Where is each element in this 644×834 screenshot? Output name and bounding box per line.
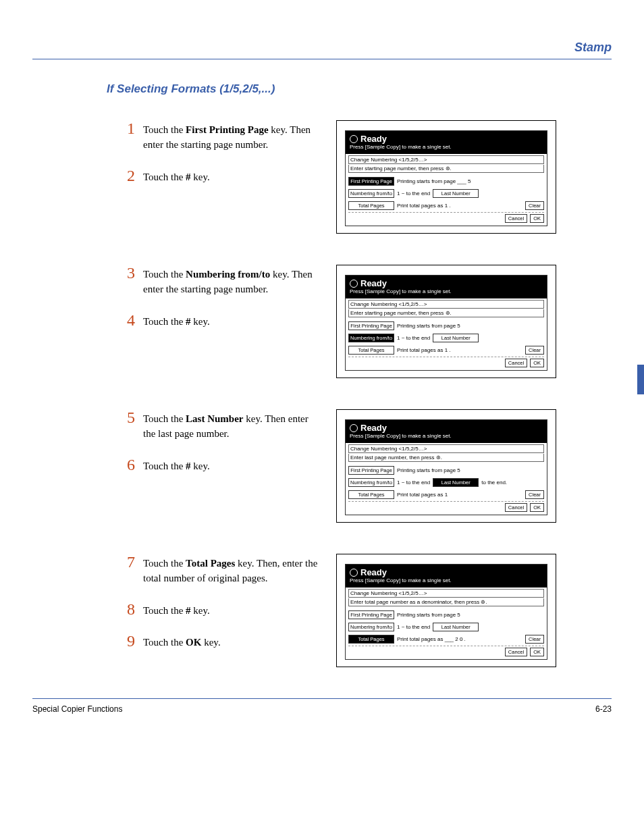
step: 3Touch the Numbering from/to key. Then e… [127,265,323,297]
clear-button[interactable]: Clear [525,635,544,644]
ready-label: Ready [360,423,387,433]
step-number: 2 [127,167,143,184]
sample-hint: Press [Sample Copy] to make a single set… [350,577,543,583]
step-text: Touch the OK key. [143,633,221,650]
sample-hint: Press [Sample Copy] to make a single set… [350,288,543,294]
step-text: Touch the Total Pages key. Then, enter t… [143,554,323,586]
soft-button[interactable]: Total Pages [348,201,394,210]
field-value: Print total pages as ___ 2 0 . [397,636,466,642]
mode-row: Change Numbering <1/5,2/5…> [348,444,544,453]
ready-label: Ready [360,134,387,144]
step-text: Touch the # key. [143,167,210,185]
soft-button[interactable]: First Printing Page [348,321,394,330]
step: 5Touch the Last Number key. Then enter t… [127,409,323,442]
step: 8Touch the # key. [127,601,323,619]
sample-hint: Press [Sample Copy] to make a single set… [350,144,543,150]
soft-button[interactable]: Numbering from/to [348,189,394,198]
control-row: Total PagesPrint total pages as 1 .Clear [348,344,544,355]
step-text: Touch the # key. [143,601,210,619]
device-screenshot: ReadyPress [Sample Copy] to make a singl… [336,409,556,523]
field-value: Print total pages as 1 [397,492,448,498]
device-screenshot: ReadyPress [Sample Copy] to make a singl… [336,554,556,667]
field-value: Printing starts from page ___ 5 [397,178,471,184]
step-number: 6 [127,457,143,473]
status-ring-icon [350,135,358,143]
step-number: 3 [127,265,143,281]
soft-button[interactable]: Numbering from/to [348,623,394,631]
instruction-row: Enter starting page number, then press ⊛… [348,165,544,173]
field-value: 1 ~ to the end [397,190,430,197]
step-text: Touch the # key. [143,457,210,474]
soft-button[interactable]: Last Number [433,189,479,198]
field-value: 1 ~ to the end [397,479,430,486]
field-value: 1 ~ to the end [397,335,430,341]
page-header: Stamp [574,41,612,55]
sample-hint: Press [Sample Copy] to make a single set… [350,433,543,439]
ok-button[interactable]: OK [530,214,544,223]
status-ring-icon [350,424,358,432]
status-ring-icon [350,569,358,577]
step-number: 5 [127,409,143,425]
step: 6Touch the # key. [127,457,323,474]
step-text: Touch the Numbering from/to key. Then en… [143,265,323,297]
soft-button[interactable]: Total Pages [348,346,394,355]
field-value: Printing starts from page 5 [397,323,460,329]
mode-row: Change Numbering <1/5,2/5…> [348,155,544,164]
mode-row: Change Numbering <1/5,2/5…> [348,589,544,598]
control-row: First Printing PagePrinting starts from … [348,465,544,475]
mode-row: Change Numbering <1/5,2/5…> [348,300,544,309]
control-row: Total PagesPrint total pages as ___ 2 0 … [348,633,544,644]
step: 7Touch the Total Pages key. Then, enter … [127,554,323,586]
step-number: 9 [127,633,143,649]
instruction-row: Enter total page number as a denominator… [348,598,544,606]
cancel-button[interactable]: Cancel [505,503,527,512]
clear-button[interactable]: Clear [525,346,544,355]
step-number: 8 [127,601,143,617]
control-row: First Printing PagePrinting starts from … [348,609,544,620]
soft-button[interactable]: Last Number [433,623,479,631]
step-number: 1 [127,120,143,136]
soft-button[interactable]: Total Pages [348,635,394,644]
section-title: If Selecting Formats (1/5,2/5,...) [107,82,612,96]
field-value: 1 ~ to the end [397,624,430,630]
field-value: to the end. [481,479,507,486]
step-text: Touch the # key. [143,312,210,330]
control-row: Total PagesPrint total pages as 1 .Clear [348,200,544,211]
soft-button[interactable]: First Printing Page [348,610,394,619]
cancel-button[interactable]: Cancel [505,214,527,223]
control-row: First Printing PagePrinting starts from … [348,320,544,331]
control-row: Total PagesPrint total pages as 1Clear [348,489,544,500]
step: 9Touch the OK key. [127,633,323,650]
ok-button[interactable]: OK [530,648,544,656]
control-row: First Printing PagePrinting starts from … [348,176,544,186]
soft-button[interactable]: Last Number [433,478,479,487]
soft-button[interactable]: Total Pages [348,490,394,499]
cancel-button[interactable]: Cancel [505,648,527,656]
status-ring-icon [350,280,358,288]
control-row: Numbering from/to1 ~ to the endLast Numb… [348,332,544,343]
clear-button[interactable]: Clear [525,490,544,499]
control-row: Numbering from/to1 ~ to the endLast Numb… [348,188,544,199]
ok-button[interactable]: OK [530,503,544,512]
ok-button[interactable]: OK [530,359,544,367]
thumb-index-tab [637,365,644,394]
ready-label: Ready [360,278,387,288]
field-value: Printing starts from page 5 [397,467,460,473]
soft-button[interactable]: First Printing Page [348,177,394,186]
device-screenshot: ReadyPress [Sample Copy] to make a singl… [336,120,556,234]
header-rule [32,59,612,59]
soft-button[interactable]: Numbering from/to [348,478,394,487]
ready-label: Ready [360,567,387,577]
field-value: Print total pages as 1 . [397,347,451,353]
step-number: 7 [127,554,143,570]
step: 2Touch the # key. [127,167,323,185]
instruction-row: Enter last page number, then press ⊛. [348,454,544,462]
clear-button[interactable]: Clear [525,201,544,210]
instruction-row: Enter starting page number, then press ⊛… [348,309,544,317]
soft-button[interactable]: Last Number [433,334,479,342]
soft-button[interactable]: Numbering from/to [348,334,394,342]
soft-button[interactable]: First Printing Page [348,466,394,475]
field-value: Print total pages as 1 . [397,203,451,209]
cancel-button[interactable]: Cancel [505,359,527,367]
step: 1Touch the First Printing Page key. Then… [127,120,323,153]
